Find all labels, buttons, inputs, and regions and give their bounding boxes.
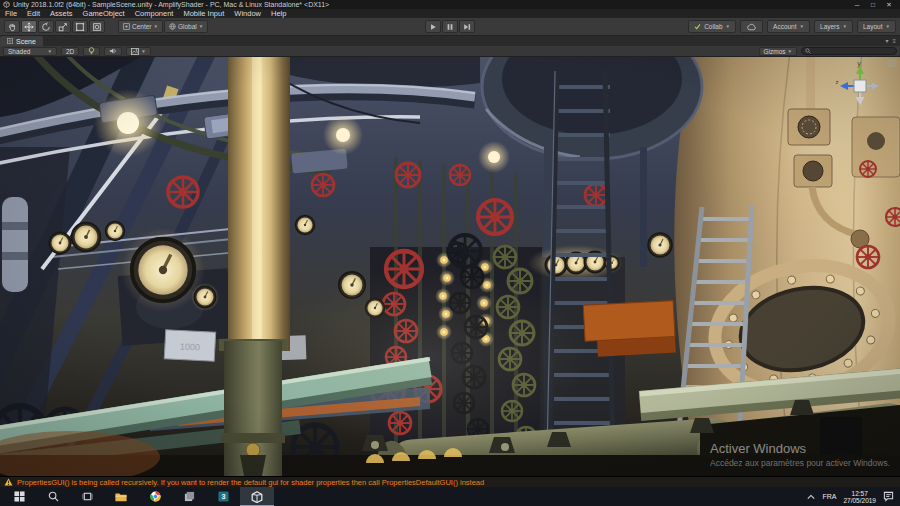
scale-tool-button[interactable]: [55, 20, 71, 33]
pan-tool-button[interactable]: [4, 20, 20, 33]
tab-strip: Scene ▾ ≡: [0, 36, 900, 46]
close-button[interactable]: ✕: [881, 0, 897, 9]
check-icon: [694, 23, 701, 30]
3dsmax-button[interactable]: 3: [206, 487, 240, 506]
pause-button[interactable]: [442, 20, 458, 33]
layers-label: Layers: [820, 23, 840, 30]
maximize-button[interactable]: □: [865, 0, 881, 9]
transform-icon: [92, 22, 102, 32]
gizmo-x-axis-icon[interactable]: [872, 83, 879, 90]
unity-logo-icon: [251, 491, 263, 503]
3dsmax-icon: 3: [218, 491, 229, 502]
gray-app-icon: [184, 491, 195, 502]
account-label: Account: [773, 23, 797, 30]
chrome-icon: [150, 491, 161, 502]
scene-view-options-icon[interactable]: [887, 59, 897, 67]
task-view-button[interactable]: [70, 487, 104, 506]
gizmo-y-axis-icon[interactable]: [856, 66, 864, 74]
menu-help[interactable]: Help: [271, 9, 286, 18]
unity-taskbar-button[interactable]: [240, 487, 274, 506]
menu-gameobject[interactable]: GameObject: [83, 9, 125, 18]
lighting-toggle-button[interactable]: [83, 47, 100, 56]
chevron-down-icon: ▼: [843, 24, 847, 29]
menu-assets[interactable]: Assets: [50, 9, 73, 18]
step-icon: [463, 23, 471, 31]
tab-list-icon[interactable]: ≡: [892, 37, 896, 45]
transform-tool-button[interactable]: [89, 20, 105, 33]
minimize-button[interactable]: ─: [849, 0, 865, 9]
effects-image-icon: [131, 48, 139, 55]
svg-text:3: 3: [221, 492, 225, 501]
status-bar[interactable]: PropertiesGUI() is being called recursiv…: [0, 476, 900, 487]
tab-dropdown-icon[interactable]: ▾: [885, 37, 888, 45]
search-input[interactable]: [813, 48, 893, 55]
draw-mode-label: Shaded: [8, 48, 30, 55]
start-button[interactable]: [2, 487, 36, 506]
play-button[interactable]: [425, 20, 441, 33]
layout-dropdown[interactable]: Layout ▼: [857, 20, 896, 33]
2d-label: 2D: [66, 48, 74, 55]
chevron-down-icon: ▼: [154, 24, 158, 29]
audio-toggle-button[interactable]: [104, 47, 122, 56]
scene-orientation-gizmo[interactable]: y z: [832, 59, 888, 113]
chevron-down-icon: ▼: [199, 24, 203, 29]
window-title: Unity 2018.1.0f2 (64bit) - SampleScene.u…: [13, 0, 329, 9]
hand-icon: [7, 22, 17, 32]
gizmo-center-cube-icon[interactable]: [854, 80, 866, 92]
layout-label: Layout: [863, 23, 883, 30]
gizmo-y-label: y: [857, 60, 861, 68]
scale-icon: [58, 22, 68, 32]
warning-icon: [4, 478, 13, 486]
taskbar-search-button[interactable]: [36, 487, 70, 506]
cloud-button[interactable]: [740, 20, 763, 33]
menu-bar: File Edit Assets GameObject Component Mo…: [0, 9, 900, 18]
effects-dropdown[interactable]: ▼: [126, 47, 150, 56]
collab-label: Collab: [704, 23, 722, 30]
gizmo-down-axis-icon[interactable]: [856, 97, 865, 105]
rect-tool-button[interactable]: [72, 20, 88, 33]
gizmo-z-label: z: [836, 79, 839, 85]
step-button[interactable]: [459, 20, 475, 33]
file-explorer-button[interactable]: [104, 487, 138, 506]
action-center-icon[interactable]: [883, 491, 894, 502]
chrome-button[interactable]: [138, 487, 172, 506]
tray-chevron-icon[interactable]: [807, 494, 815, 500]
account-dropdown[interactable]: Account ▼: [767, 20, 810, 33]
gizmos-label: Gizmos: [764, 48, 786, 55]
menu-window[interactable]: Window: [234, 9, 261, 18]
collab-button[interactable]: Collab ▼: [688, 20, 736, 33]
language-indicator[interactable]: FRA: [822, 493, 836, 500]
layers-dropdown[interactable]: Layers ▼: [814, 20, 853, 33]
2d-toggle-button[interactable]: 2D: [61, 47, 79, 56]
gizmos-dropdown[interactable]: Gizmos ▼: [759, 47, 798, 56]
pivot-icon: [123, 23, 130, 30]
scene-viewport[interactable]: 1000: [0, 57, 900, 476]
speaker-icon: [109, 47, 117, 55]
menu-edit[interactable]: Edit: [27, 9, 40, 18]
pause-icon: [446, 23, 454, 31]
clock-date: 27/05/2019: [843, 497, 876, 504]
photos-app-button[interactable]: [172, 487, 206, 506]
folder-icon: [115, 492, 127, 502]
pivot-toggle-button[interactable]: Center ▼: [118, 20, 163, 33]
tab-scene[interactable]: Scene: [0, 36, 43, 46]
windows-taskbar: 3 FRA 12:57 27/05/2019: [0, 487, 900, 506]
taskbar-clock[interactable]: 12:57 27/05/2019: [843, 490, 876, 504]
title-bar: Unity 2018.1.0f2 (64bit) - SampleScene.u…: [0, 0, 900, 9]
draw-mode-dropdown[interactable]: Shaded ▼: [3, 47, 57, 56]
task-view-icon: [82, 491, 93, 502]
chevron-down-icon: ▼: [886, 24, 890, 29]
gizmo-z-axis-icon[interactable]: [840, 82, 848, 90]
space-toggle-button[interactable]: Global ▼: [164, 20, 208, 33]
light-bulb-icon: [88, 47, 95, 55]
chevron-down-icon: ▼: [48, 49, 52, 54]
scene-search-field[interactable]: [801, 47, 897, 55]
move-tool-button[interactable]: [21, 20, 37, 33]
vignette: [0, 57, 900, 476]
menu-file[interactable]: File: [5, 9, 17, 18]
menu-mobile-input[interactable]: Mobile Input: [183, 9, 224, 18]
clock-time: 12:57: [852, 490, 868, 497]
rotate-tool-button[interactable]: [38, 20, 54, 33]
menu-component[interactable]: Component: [135, 9, 174, 18]
chevron-down-icon: ▼: [141, 49, 145, 54]
